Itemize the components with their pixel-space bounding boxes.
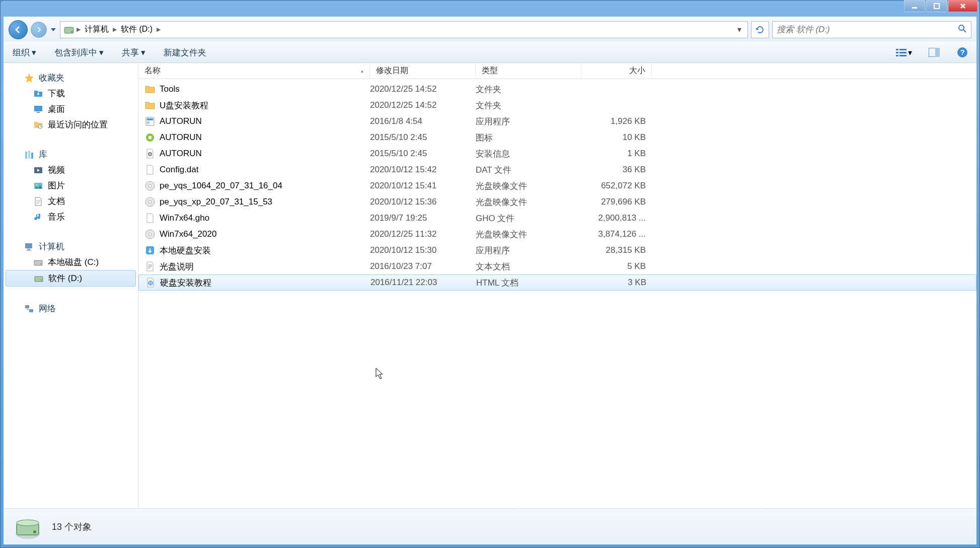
label: 网络 <box>39 303 56 314</box>
breadcrumb-drive-d[interactable]: 软件 (D:) <box>119 23 155 36</box>
column-headers: 名称▴ 修改日期 类型 大小 <box>138 63 976 79</box>
status-text: 13 个对象 <box>52 521 92 533</box>
column-header-date[interactable]: 修改日期 <box>370 63 476 79</box>
column-header-size[interactable]: 大小 <box>581 63 652 79</box>
file-date: 2020/12/25 14:52 <box>370 84 476 94</box>
search-icon[interactable] <box>958 24 967 35</box>
txt-icon <box>144 261 156 272</box>
label: 组织 <box>13 47 30 58</box>
file-list[interactable]: Tools2020/12/25 14:52文件夹U盘安装教程2020/12/25… <box>138 79 976 508</box>
file-date: 2020/10/12 15:36 <box>370 197 476 207</box>
breadcrumb-computer[interactable]: 计算机 <box>83 23 111 36</box>
file-row[interactable]: Win7x64_20202020/12/25 11:32光盘映像文件3,874,… <box>138 226 976 242</box>
file-row[interactable]: 光盘说明2016/10/23 7:07文本文档5 KB <box>138 258 976 275</box>
forward-button[interactable] <box>31 22 47 38</box>
file-row[interactable]: AUTORUN2015/5/10 2:45安装信息1 KB <box>138 146 976 162</box>
share-button[interactable]: 共享 ▾ <box>119 45 148 60</box>
file-type: GHO 文件 <box>476 213 581 224</box>
label: 共享 <box>122 47 139 58</box>
file-row[interactable]: pe_yqs_xp_20_07_31_15_532020/10/12 15:36… <box>138 194 976 210</box>
svg-point-39 <box>149 154 151 155</box>
file-type: 文件夹 <box>476 100 581 111</box>
favorites-header[interactable]: 收藏夹 <box>4 70 138 86</box>
back-button[interactable] <box>9 20 28 39</box>
search-box[interactable] <box>772 21 971 38</box>
file-size: 36 KB <box>581 165 652 175</box>
file-type: 光盘映像文件 <box>476 229 581 240</box>
file-row[interactable]: pe_yqs_1064_20_07_31_16_042020/10/12 15:… <box>138 178 976 194</box>
file-type: 安装信息 <box>476 148 581 160</box>
sidebar-drive-c[interactable]: 本地磁盘 (C:) <box>4 254 138 270</box>
file-date: 2016/11/21 22:03 <box>370 278 476 288</box>
file-row[interactable]: U盘安装教程2020/12/25 14:52文件夹 <box>138 97 976 113</box>
file-row[interactable]: Win7x64.gho2019/9/7 19:25GHO 文件2,900,813… <box>138 210 976 226</box>
column-header-name[interactable]: 名称▴ <box>138 63 370 79</box>
exe-icon <box>144 116 156 127</box>
minimize-button[interactable] <box>904 0 925 12</box>
sidebar-desktop[interactable]: 桌面 <box>4 101 138 117</box>
file-type: 文本文档 <box>476 261 581 272</box>
svg-point-28 <box>40 263 41 264</box>
file-row[interactable]: AUTORUN2016/1/8 4:54应用程序1,926 KB <box>138 113 976 129</box>
history-dropdown[interactable] <box>50 24 57 36</box>
label: 软件 (D:) <box>48 272 82 284</box>
file-row[interactable]: AUTORUN2015/5/10 2:45图标10 KB <box>138 129 976 146</box>
address-bar[interactable]: ▶ 计算机 ▶ 软件 (D:) ▶ ▾ <box>60 21 748 38</box>
svg-text:?: ? <box>960 48 964 56</box>
refresh-button[interactable] <box>751 21 769 38</box>
computer-header[interactable]: 计算机 <box>4 239 138 254</box>
file-list-area: 名称▴ 修改日期 类型 大小 Tools2020/12/25 14:52文件夹U… <box>138 63 976 508</box>
file-name-cell: AUTORUN <box>140 132 370 143</box>
sidebar-recent[interactable]: 最近访问的位置 <box>4 117 138 132</box>
svg-rect-8 <box>899 52 907 53</box>
file-row[interactable]: Config.dat2020/10/12 15:42DAT 文件36 KB <box>138 162 976 178</box>
file-type: 文件夹 <box>476 84 581 95</box>
svg-point-45 <box>148 233 152 236</box>
file-name: AUTORUN <box>160 149 202 159</box>
star-icon <box>24 73 35 84</box>
file-size: 1 KB <box>581 149 652 159</box>
breadcrumb-arrow-icon[interactable]: ▶ <box>157 26 161 33</box>
sidebar-downloads[interactable]: 下载 <box>4 86 138 101</box>
close-button[interactable] <box>948 0 977 12</box>
file-name: Win7x64_2020 <box>160 229 216 239</box>
svg-rect-15 <box>34 106 42 111</box>
sidebar-videos[interactable]: 视频 <box>4 162 138 178</box>
svg-rect-35 <box>147 121 149 124</box>
breadcrumb-arrow-icon[interactable]: ▶ <box>77 26 81 33</box>
new-folder-button[interactable]: 新建文件夹 <box>161 45 209 60</box>
label: 视频 <box>48 164 65 176</box>
file-name: 光盘说明 <box>160 261 194 272</box>
sidebar-music[interactable]: 音乐 <box>4 209 138 225</box>
svg-rect-7 <box>896 52 898 53</box>
label: 名称 <box>144 65 161 76</box>
libraries-header[interactable]: 库 <box>4 147 138 162</box>
breadcrumb-arrow-icon[interactable]: ▶ <box>113 26 117 33</box>
address-dropdown[interactable]: ▾ <box>734 25 744 34</box>
svg-point-30 <box>41 280 42 281</box>
file-name: pe_yqs_xp_20_07_31_15_53 <box>160 197 272 207</box>
iso-icon <box>144 229 156 240</box>
file-size: 3 KB <box>582 278 652 288</box>
downloads-icon <box>33 88 44 99</box>
preview-pane-button[interactable] <box>926 45 942 59</box>
file-row[interactable]: Tools2020/12/25 14:52文件夹 <box>138 81 976 97</box>
search-input[interactable] <box>777 25 958 35</box>
svg-rect-24 <box>25 243 32 248</box>
file-name: AUTORUN <box>160 116 202 126</box>
help-button[interactable]: ? <box>954 45 970 59</box>
file-row[interactable]: 硬盘安装教程2016/11/21 22:03HTML 文档3 KB <box>138 275 976 291</box>
view-mode-button[interactable]: ▾ <box>894 47 914 58</box>
maximize-button[interactable] <box>926 0 947 12</box>
file-date: 2020/10/12 15:41 <box>370 181 476 191</box>
file-row[interactable]: 本地硬盘安装2020/10/12 15:30应用程序28,315 KB <box>138 242 976 258</box>
sidebar-drive-d[interactable]: 软件 (D:) <box>6 270 136 287</box>
include-in-library-button[interactable]: 包含到库中 ▾ <box>51 45 107 60</box>
svg-point-41 <box>148 184 152 187</box>
sidebar-documents[interactable]: 文档 <box>4 193 138 209</box>
file-name-cell: Win7x64_2020 <box>140 229 370 240</box>
network-header[interactable]: 网络 <box>4 301 138 316</box>
sidebar-pictures[interactable]: 图片 <box>4 178 138 193</box>
column-header-type[interactable]: 类型 <box>476 63 581 79</box>
organize-button[interactable]: 组织 ▾ <box>10 45 39 60</box>
